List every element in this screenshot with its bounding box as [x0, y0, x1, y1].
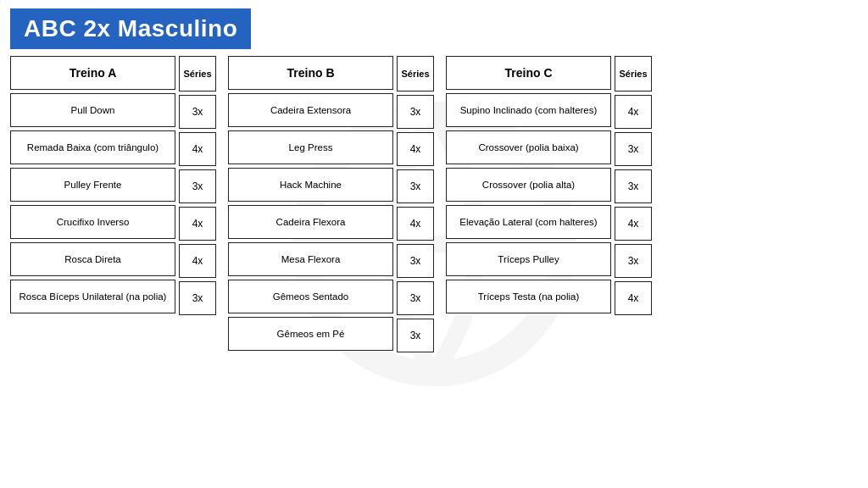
- exercise-cell-0-5: Rosca Bíceps Unilateral (na polia): [10, 280, 175, 313]
- series-header-2: Séries: [615, 56, 652, 92]
- series-value-0-3: 4x: [179, 207, 216, 241]
- exercise-cell-1-4: Mesa Flexora: [228, 242, 393, 276]
- section-treino-c: Treino CSupino Inclinado (com halteres)C…: [446, 56, 652, 352]
- treino-header-0: Treino A: [10, 56, 175, 90]
- page-wrapper: ABC 2x Masculino Treino APull DownRemada…: [0, 0, 868, 488]
- series-header-1: Séries: [397, 56, 434, 92]
- series-col-2: Séries4x3x3x4x3x4x: [615, 56, 652, 352]
- exercises-col-1: Treino BCadeira ExtensoraLeg PressHack M…: [228, 56, 393, 352]
- treino-header-1: Treino B: [228, 56, 393, 90]
- exercise-cell-0-2: Pulley Frente: [10, 168, 175, 202]
- series-value-2-0: 4x: [615, 95, 652, 129]
- exercise-cell-1-6: Gêmeos em Pé: [228, 317, 393, 351]
- page-title: ABC 2x Masculino: [24, 15, 237, 42]
- exercise-cell-2-2: Crossover (polia alta): [446, 168, 611, 202]
- series-col-1: Séries3x4x3x4x3x3x3x: [397, 56, 434, 352]
- exercise-cell-0-4: Rosca Direta: [10, 242, 175, 276]
- series-value-2-1: 3x: [615, 132, 652, 166]
- series-value-0-5: 3x: [179, 281, 216, 315]
- exercise-cell-2-5: Tríceps Testa (na polia): [446, 280, 611, 313]
- section-treino-a: Treino APull DownRemada Baixa (com triân…: [10, 56, 216, 352]
- exercise-cell-1-1: Leg Press: [228, 130, 393, 164]
- series-value-2-3: 4x: [615, 207, 652, 241]
- exercise-cell-1-5: Gêmeos Sentado: [228, 280, 393, 313]
- table-container: Treino APull DownRemada Baixa (com triân…: [0, 56, 868, 352]
- series-value-0-2: 3x: [179, 169, 216, 203]
- series-value-1-0: 3x: [397, 95, 434, 129]
- page-header: ABC 2x Masculino: [10, 8, 251, 49]
- series-value-2-2: 3x: [615, 169, 652, 203]
- exercise-cell-0-1: Remada Baixa (com triângulo): [10, 130, 175, 164]
- exercise-cell-1-2: Hack Machine: [228, 168, 393, 202]
- exercises-col-0: Treino APull DownRemada Baixa (com triân…: [10, 56, 175, 352]
- series-value-0-1: 4x: [179, 132, 216, 166]
- exercise-cell-2-3: Elevação Lateral (com halteres): [446, 205, 611, 239]
- section-treino-b: Treino BCadeira ExtensoraLeg PressHack M…: [228, 56, 434, 352]
- section-divider-0: [220, 56, 225, 352]
- series-value-2-5: 4x: [615, 281, 652, 315]
- exercise-cell-2-0: Supino Inclinado (com halteres): [446, 93, 611, 127]
- series-value-0-4: 4x: [179, 244, 216, 278]
- series-value-1-6: 3x: [397, 319, 434, 352]
- series-value-1-1: 4x: [397, 132, 434, 166]
- exercise-cell-2-1: Crossover (polia baixa): [446, 130, 611, 164]
- series-value-0-0: 3x: [179, 95, 216, 129]
- exercise-cell-0-3: Crucifixo Inverso: [10, 205, 175, 239]
- section-divider-1: [437, 56, 442, 352]
- series-value-2-4: 3x: [615, 244, 652, 278]
- exercise-cell-2-4: Tríceps Pulley: [446, 242, 611, 276]
- series-value-1-2: 3x: [397, 169, 434, 203]
- series-value-1-3: 4x: [397, 207, 434, 241]
- series-col-0: Séries3x4x3x4x4x3x: [179, 56, 216, 352]
- exercise-cell-0-0: Pull Down: [10, 93, 175, 127]
- exercises-col-2: Treino CSupino Inclinado (com halteres)C…: [446, 56, 611, 352]
- series-value-1-5: 3x: [397, 281, 434, 315]
- series-header-0: Séries: [179, 56, 216, 92]
- exercise-cell-1-0: Cadeira Extensora: [228, 93, 393, 127]
- series-value-1-4: 3x: [397, 244, 434, 278]
- exercise-cell-1-3: Cadeira Flexora: [228, 205, 393, 239]
- treino-header-2: Treino C: [446, 56, 611, 90]
